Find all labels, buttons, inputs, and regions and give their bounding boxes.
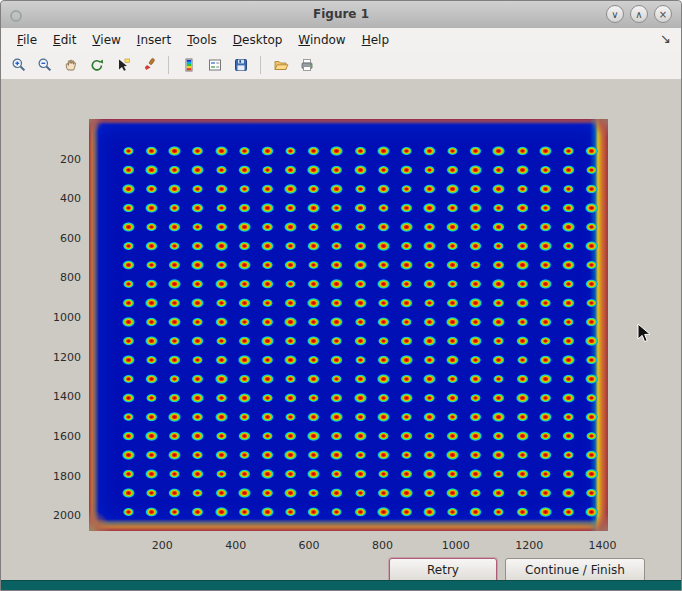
heat-spot <box>238 412 250 421</box>
heat-spot <box>586 166 597 175</box>
heat-spot <box>145 279 158 289</box>
menu-edit[interactable]: Edit <box>45 30 84 50</box>
print-icon[interactable] <box>296 55 317 76</box>
heat-spot <box>446 469 458 479</box>
heat-spot <box>214 412 228 423</box>
maximize-button[interactable]: ∧ <box>630 5 648 23</box>
heat-spot <box>354 356 365 365</box>
menu-bar: FileEditViewInsertToolsDesktopWindowHelp… <box>1 28 681 52</box>
close-button[interactable]: × <box>654 5 672 23</box>
pan-icon[interactable] <box>60 55 81 76</box>
heat-spot <box>353 469 366 479</box>
heat-spot <box>493 165 505 175</box>
heat-spot <box>168 488 181 498</box>
heat-spot <box>469 203 483 214</box>
heat-spot <box>122 355 136 366</box>
heat-spot <box>215 393 227 403</box>
heat-spot <box>237 355 251 366</box>
heat-spot <box>331 298 343 308</box>
menu-view[interactable]: View <box>84 30 128 50</box>
heat-spot <box>354 223 365 232</box>
heat-spot <box>422 203 436 214</box>
heat-spot <box>331 431 343 441</box>
heat-spot <box>307 431 321 442</box>
zoom-out-icon[interactable] <box>34 55 55 76</box>
heat-spot <box>400 431 413 441</box>
shade-button[interactable]: ∨ <box>606 5 624 23</box>
menu-file[interactable]: File <box>9 30 45 50</box>
heat-spot <box>562 469 575 479</box>
heat-spot <box>308 450 320 460</box>
heat-spot <box>123 147 134 156</box>
heat-spot <box>284 393 297 403</box>
heat-spot <box>424 166 435 175</box>
heat-spot <box>191 298 205 309</box>
heat-spot <box>539 393 551 403</box>
heat-spot <box>377 165 389 174</box>
menu-desktop[interactable]: Desktop <box>225 30 291 50</box>
dock-figure-icon[interactable]: ↘ <box>660 31 671 46</box>
heat-spot <box>539 204 550 213</box>
heat-spot <box>192 241 205 251</box>
open-icon[interactable] <box>270 55 291 76</box>
menu-tools[interactable]: Tools <box>179 30 225 50</box>
menu-insert[interactable]: Insert <box>129 30 179 50</box>
heat-spot <box>331 336 343 345</box>
heat-spot <box>353 336 366 346</box>
heat-spot <box>239 318 250 327</box>
heat-spot <box>331 165 343 175</box>
heat-spot <box>586 260 598 269</box>
heat-spot <box>284 203 296 213</box>
heat-spot <box>446 260 459 270</box>
heat-spot <box>423 146 436 156</box>
y-tick-label: 1000 <box>53 311 81 324</box>
menu-help[interactable]: Help <box>354 30 397 50</box>
heat-spot <box>353 203 366 213</box>
rotate-icon[interactable] <box>86 55 107 76</box>
heat-spot <box>215 337 226 346</box>
menu-window[interactable]: Window <box>290 30 353 50</box>
y-tick-label: 1800 <box>53 469 81 482</box>
heat-spot <box>493 431 505 441</box>
save-icon[interactable] <box>230 55 251 76</box>
heat-spot <box>146 394 157 403</box>
heat-spot <box>261 317 274 327</box>
heat-spot <box>169 203 181 212</box>
heat-spot <box>515 469 528 479</box>
heat-spot <box>354 279 366 289</box>
heat-spot <box>169 165 181 175</box>
heat-spot <box>562 393 576 404</box>
heat-spot <box>399 222 413 233</box>
heat-spot <box>284 336 296 346</box>
heat-spot <box>308 488 320 497</box>
heat-spot <box>191 203 204 213</box>
heat-spot <box>261 412 274 422</box>
zoom-in-icon[interactable] <box>8 55 29 76</box>
heat-spot <box>515 165 529 176</box>
heat-spot <box>493 242 504 251</box>
legend-icon[interactable] <box>204 55 225 76</box>
heat-spot <box>423 355 435 365</box>
heat-spot <box>469 336 483 347</box>
heat-spot <box>563 185 574 194</box>
heat-spot <box>238 279 250 288</box>
data-cursor-icon[interactable] <box>112 55 133 76</box>
brush-icon[interactable] <box>138 55 159 76</box>
image-plot[interactable] <box>89 119 608 531</box>
heat-spot <box>585 488 597 498</box>
heat-spot <box>400 298 413 308</box>
heat-spot <box>377 393 389 403</box>
heat-spot <box>123 241 135 250</box>
heat-spot <box>169 375 180 384</box>
heatmap-plate <box>89 119 608 531</box>
heat-spot <box>447 413 458 422</box>
heat-spot <box>331 508 342 517</box>
heat-spot <box>470 394 481 403</box>
heat-spot <box>354 412 366 422</box>
colorbar-icon[interactable] <box>178 55 199 76</box>
heat-spot <box>238 374 250 384</box>
heat-spot <box>516 317 528 326</box>
title-bar[interactable]: Figure 1 ∨∧× <box>1 1 681 29</box>
heat-spot <box>562 374 574 384</box>
heat-spot <box>493 393 506 403</box>
